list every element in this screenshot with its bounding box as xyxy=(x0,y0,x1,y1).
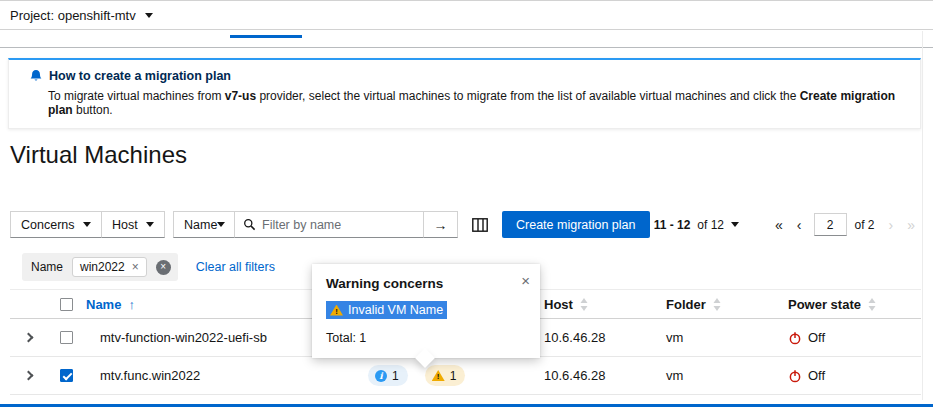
pagination-menu-toggle[interactable]: 11 - 12 of 12 xyxy=(654,218,739,232)
columns-icon xyxy=(472,218,488,232)
chevron-down-icon xyxy=(731,222,739,227)
name-filter-group: Name → xyxy=(173,211,458,238)
power-off-icon xyxy=(788,331,802,345)
filter-by-name-input[interactable] xyxy=(262,218,415,232)
name-chip-group: Name win2022 × × xyxy=(22,253,178,281)
exclaim-glyph: ! xyxy=(330,307,343,316)
vm-name: mtv.func.win2022 xyxy=(86,368,346,383)
create-migration-plan-button[interactable]: Create migration plan xyxy=(502,211,650,238)
info-concerns-badge[interactable]: i 1 xyxy=(368,365,408,386)
chevron-right-icon xyxy=(23,333,33,343)
sort-icon xyxy=(713,298,721,311)
sort-icon xyxy=(580,298,588,311)
chip-text: win2022 xyxy=(80,260,125,274)
chevron-down-icon xyxy=(217,222,225,227)
row-checkbox[interactable] xyxy=(60,331,73,344)
apply-filter-button[interactable]: → xyxy=(423,211,458,238)
info-icon: i xyxy=(375,370,387,382)
project-selector[interactable]: Project: openshift-mtv xyxy=(10,8,153,23)
vm-power-state: Off xyxy=(808,368,825,383)
alert-description-part-2: provider, select the virtual machines to… xyxy=(256,89,800,103)
active-tab-indicator xyxy=(230,35,302,38)
angle-double-left-icon: « xyxy=(775,217,783,233)
exclaim-glyph: ! xyxy=(432,372,445,381)
sort-icon xyxy=(868,298,876,311)
alert-title: How to create a migration plan xyxy=(49,69,231,83)
pagination-range-suffix: of 12 xyxy=(697,218,724,232)
vm-host: 10.6.46.28 xyxy=(536,368,658,383)
host-filter-select[interactable]: Host xyxy=(101,211,165,238)
close-popover-button[interactable]: × xyxy=(521,273,530,288)
column-header-host[interactable]: Host xyxy=(544,297,588,312)
chip-group-label: Name xyxy=(31,260,63,274)
filter-chip: win2022 × xyxy=(72,257,147,277)
remove-chip-group-button[interactable]: × xyxy=(156,260,171,275)
arrow-right-icon: → xyxy=(434,217,448,233)
expand-row-button[interactable] xyxy=(21,368,36,383)
pagination: 11 - 12 of 12 « ‹ of 2 › » xyxy=(654,213,921,236)
pagination-nav: « ‹ of 2 › » xyxy=(769,213,921,236)
bell-icon xyxy=(29,69,43,83)
column-header-power-state[interactable]: Power state xyxy=(788,297,876,312)
alert-description: To migrate virtual machines from v7-us p… xyxy=(48,89,904,117)
selected-text: ! Invalid VM Name xyxy=(326,301,447,319)
info-concerns-count: 1 xyxy=(392,369,399,383)
right-edge-border xyxy=(922,31,923,400)
column-header-name-label: Name xyxy=(86,297,121,312)
last-page-button[interactable]: » xyxy=(901,217,921,233)
concerns-cell: i 1 ! 1 xyxy=(346,365,536,386)
column-header-name[interactable]: Name ↑ xyxy=(86,297,135,312)
row-checkbox[interactable] xyxy=(60,369,73,382)
alert-provider-name: v7-us xyxy=(225,89,256,103)
vm-power-state: Off xyxy=(808,330,825,345)
alert-header: How to create a migration plan xyxy=(29,69,904,83)
concerns-filter-label: Concerns xyxy=(21,218,75,232)
remove-chip-button[interactable]: × xyxy=(132,261,139,273)
column-header-folder[interactable]: Folder xyxy=(666,297,721,312)
current-page-input[interactable] xyxy=(814,213,847,236)
next-page-button[interactable]: › xyxy=(883,217,900,233)
expand-row-button[interactable] xyxy=(21,330,36,345)
angle-double-right-icon: » xyxy=(907,217,915,233)
popover-title: Warning concerns xyxy=(326,276,526,291)
close-icon: × xyxy=(521,272,530,289)
times-circle-icon: × xyxy=(160,262,166,272)
window-bottom-border xyxy=(0,404,933,407)
active-filters-bar: Name win2022 × × Clear all filters xyxy=(22,253,275,281)
chevron-right-icon xyxy=(23,371,33,381)
warning-concerns-badge[interactable]: ! 1 xyxy=(425,365,466,386)
toolbar: Concerns Host Name → xyxy=(10,211,921,238)
warning-icon: ! xyxy=(330,305,343,316)
name-search-box xyxy=(234,211,424,238)
vm-folder: vm xyxy=(658,330,780,345)
alert-description-part-1: To migrate virtual machines from xyxy=(48,89,225,103)
chevron-down-icon xyxy=(83,222,91,227)
first-page-button[interactable]: « xyxy=(769,217,789,233)
column-header-host-label: Host xyxy=(544,297,573,312)
info-alert: How to create a migration plan To migrat… xyxy=(8,58,921,129)
clear-all-filters-link[interactable]: Clear all filters xyxy=(196,260,275,274)
previous-page-button[interactable]: ‹ xyxy=(791,217,808,233)
power-off-icon xyxy=(788,369,802,383)
alert-description-part-3: button. xyxy=(73,103,113,117)
angle-right-icon: › xyxy=(889,217,894,233)
chevron-down-icon xyxy=(146,222,154,227)
concern-item: ! Invalid VM Name xyxy=(326,301,526,320)
concerns-filter-select[interactable]: Concerns xyxy=(10,211,102,238)
pagination-range: 11 - 12 xyxy=(654,218,691,232)
host-filter-label: Host xyxy=(112,218,138,232)
vm-name: mtv-function-win2022-uefi-sb xyxy=(86,330,346,345)
angle-left-icon: ‹ xyxy=(797,217,802,233)
table-row: mtv.func.win2022 i 1 ! 1 10.6.46.28 vm O… xyxy=(10,357,921,395)
warning-concerns-count: 1 xyxy=(450,369,457,383)
name-filter-select[interactable]: Name xyxy=(173,211,235,238)
warning-concerns-popover: Warning concerns × ! Invalid VM Name Tot… xyxy=(312,264,540,358)
close-icon: × xyxy=(132,260,139,274)
select-all-checkbox[interactable] xyxy=(60,298,73,311)
concern-label: Invalid VM Name xyxy=(348,303,443,317)
manage-columns-button[interactable] xyxy=(467,211,493,238)
page-title: Virtual Machines xyxy=(10,141,187,169)
column-header-power-state-label: Power state xyxy=(788,297,861,312)
masthead: Project: openshift-mtv xyxy=(0,1,933,30)
column-header-folder-label: Folder xyxy=(666,297,706,312)
